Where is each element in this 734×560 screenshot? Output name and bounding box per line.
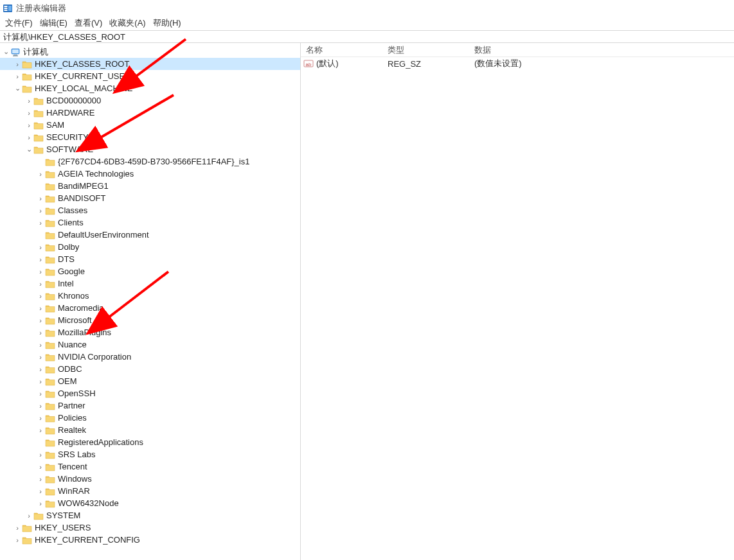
tree-item[interactable]: ›SYSTEM (0, 509, 300, 521)
tree-item-label: BANDISOFT (58, 193, 105, 203)
expand-icon[interactable]: › (24, 109, 33, 117)
tree-item[interactable]: ›Realtek (0, 424, 300, 436)
tree-root-computer[interactable]: ⌄计算机 (0, 46, 300, 58)
col-type[interactable]: 类型 (388, 44, 474, 56)
menu-help[interactable]: 帮助(H) (150, 17, 184, 30)
tree-item[interactable]: DefaultUserEnvironment (0, 229, 300, 241)
expand-icon[interactable]: › (24, 121, 33, 129)
tree-pane[interactable]: ⌄计算机›HKEY_CLASSES_ROOT›HKEY_CURRENT_USER… (0, 43, 301, 560)
tree-item[interactable]: ›Nuance (0, 338, 300, 351)
tree-item[interactable]: ›Classes (0, 204, 300, 216)
tree-item[interactable]: ›Partner (0, 399, 300, 412)
tree-item[interactable]: ›BANDISOFT (0, 192, 300, 204)
tree-item[interactable]: ›WOW6432Node (0, 497, 300, 509)
tree-item-label: Macromedia (58, 303, 104, 313)
expand-icon[interactable]: › (36, 353, 45, 361)
expand-icon[interactable]: › (13, 524, 22, 532)
svg-rect-3 (4, 10, 8, 11)
tree-item[interactable]: ›Microsoft (0, 314, 300, 326)
menu-file[interactable]: 文件(F) (3, 17, 35, 30)
tree-item[interactable]: ›WinRAR (0, 485, 300, 497)
expand-icon[interactable]: › (24, 134, 33, 141)
tree-item[interactable]: ›Dolby (0, 241, 300, 253)
tree-item[interactable]: ›HKEY_CURRENT_CONFIG (0, 534, 300, 546)
tree-item-label: HARDWARE (46, 108, 94, 118)
expand-icon[interactable]: › (36, 463, 45, 471)
tree-item[interactable]: ⌄SOFTWARE (0, 143, 300, 155)
address-bar[interactable]: 计算机\HKEY_CLASSES_ROOT (0, 30, 734, 43)
tree-item[interactable]: ›SAM (0, 119, 300, 131)
tree-item[interactable]: ›Intel (0, 277, 300, 290)
tree-item[interactable]: ›OpenSSH (0, 387, 300, 399)
expand-icon[interactable]: › (24, 512, 33, 520)
menu-edit[interactable]: 编辑(E) (37, 17, 70, 30)
tree-item-label: DefaultUserEnvironment (58, 230, 149, 240)
expand-icon[interactable]: › (36, 402, 45, 410)
expand-icon[interactable]: › (36, 451, 45, 459)
tree-item[interactable]: ›DTS (0, 253, 300, 265)
col-data[interactable]: 数据 (474, 44, 734, 56)
expand-icon[interactable]: › (13, 60, 22, 68)
tree-item-label: Microsoft (58, 315, 92, 325)
tree-item[interactable]: ›BCD00000000 (0, 94, 300, 107)
tree-item[interactable]: {2F767CD4-6DB3-459D-B730-9566FE11F4AF}_i… (0, 155, 300, 168)
expand-icon[interactable]: › (36, 475, 45, 483)
col-name[interactable]: 名称 (301, 44, 388, 56)
tree-item[interactable]: ›NVIDIA Corporation (0, 351, 300, 363)
expand-icon[interactable]: › (36, 329, 45, 337)
tree-item[interactable]: ›Policies (0, 412, 300, 424)
collapse-icon[interactable]: ⌄ (1, 48, 10, 56)
tree-item[interactable]: ›HKEY_CURRENT_USER (0, 70, 300, 82)
expand-icon[interactable]: › (36, 256, 45, 263)
tree-item[interactable]: ›Windows (0, 473, 300, 485)
collapse-icon[interactable]: ⌄ (24, 145, 33, 153)
tree-item[interactable]: ›AGEIA Technologies (0, 168, 300, 180)
expand-icon[interactable]: › (24, 97, 33, 105)
tree-item[interactable]: ›Khronos (0, 290, 300, 302)
expand-icon[interactable]: › (36, 500, 45, 507)
expand-icon[interactable]: › (36, 292, 45, 300)
expand-icon[interactable]: › (13, 536, 22, 544)
tree-item[interactable]: ⌄HKEY_LOCAL_MACHINE (0, 82, 300, 94)
expand-icon[interactable]: › (36, 268, 45, 276)
tree-item[interactable]: RegisteredApplications (0, 436, 300, 448)
expand-icon[interactable]: › (36, 487, 45, 495)
values-pane[interactable]: 名称 类型 数据 ab(默认)REG_SZ(数值未设置) (301, 43, 734, 560)
expand-icon[interactable]: › (36, 280, 45, 288)
value-row[interactable]: ab(默认)REG_SZ(数值未设置) (301, 57, 734, 70)
tree-item[interactable]: ›HKEY_USERS (0, 521, 300, 534)
expand-icon[interactable]: › (36, 170, 45, 178)
expand-icon[interactable]: › (36, 207, 45, 214)
expand-icon[interactable]: › (36, 390, 45, 398)
expand-icon[interactable]: › (36, 243, 45, 251)
tree-item-label: DTS (58, 254, 75, 264)
tree-item[interactable]: ›HARDWARE (0, 107, 300, 119)
folder-icon (33, 96, 44, 105)
tree-item[interactable]: ›OEM (0, 375, 300, 387)
tree-item-label: SAM (46, 120, 64, 130)
tree-item[interactable]: ›MozillaPlugins (0, 326, 300, 338)
expand-icon[interactable]: › (36, 426, 45, 434)
tree-item[interactable]: ›Tencent (0, 460, 300, 473)
tree-item[interactable]: ›SECURITY (0, 131, 300, 143)
expand-icon[interactable]: › (36, 219, 45, 227)
tree-item-label: HKEY_CURRENT_USER (35, 71, 131, 81)
expand-icon[interactable]: › (36, 414, 45, 422)
expand-icon[interactable]: › (36, 317, 45, 324)
expand-icon[interactable]: › (36, 341, 45, 349)
tree-item[interactable]: BandiMPEG1 (0, 180, 300, 192)
tree-item[interactable]: ›ODBC (0, 363, 300, 375)
expand-icon[interactable]: › (36, 378, 45, 385)
collapse-icon[interactable]: ⌄ (13, 84, 22, 92)
tree-item[interactable]: ›Google (0, 265, 300, 277)
expand-icon[interactable]: › (36, 195, 45, 202)
tree-item[interactable]: ›Clients (0, 216, 300, 229)
expand-icon[interactable]: › (13, 73, 22, 80)
expand-icon[interactable]: › (36, 304, 45, 312)
tree-item[interactable]: ›HKEY_CLASSES_ROOT (0, 58, 300, 70)
menu-favorites[interactable]: 收藏夹(A) (107, 17, 148, 30)
menu-view[interactable]: 查看(V) (72, 17, 105, 30)
tree-item[interactable]: ›SRS Labs (0, 448, 300, 460)
tree-item[interactable]: ›Macromedia (0, 302, 300, 314)
expand-icon[interactable]: › (36, 365, 45, 373)
